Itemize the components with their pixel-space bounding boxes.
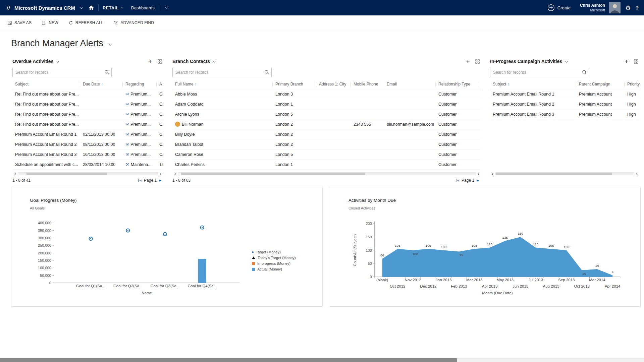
table-row[interactable]: Premium Account Email Round 3 16/11/2013… xyxy=(12,149,163,160)
svg-text:Apr 2013: Apr 2013 xyxy=(482,284,498,288)
table-row[interactable]: Premium Account Email Round 1 Premium Ac… xyxy=(490,89,640,99)
scroll-right-icon[interactable]: › xyxy=(476,172,481,176)
column-header-full-name[interactable]: Full Name↑ xyxy=(172,82,273,87)
user-menu[interactable]: Chris Ashton Microsoft xyxy=(580,3,605,13)
legend-item: In-progress (Money) xyxy=(252,261,296,265)
column-header-relationship-type[interactable]: Relationship Type xyxy=(436,82,480,87)
scroll-left-icon[interactable]: ‹ xyxy=(12,172,18,176)
create-button[interactable]: Create xyxy=(547,4,571,11)
settings-gear-icon[interactable]: ⚙ xyxy=(625,4,631,12)
table-row[interactable]: Premium Account Email Round 1 02/11/2013… xyxy=(12,129,163,139)
cell-subject: Premium Account Email Round 2 xyxy=(490,102,576,107)
scroll-left-icon[interactable]: ‹ xyxy=(172,172,178,176)
cell-priority: High xyxy=(625,102,640,107)
column-header-regarding[interactable]: Regarding xyxy=(123,82,157,87)
table-row[interactable]: Archie Lyons London 5 Customer xyxy=(172,109,481,119)
scroll-left-icon[interactable]: ‹ xyxy=(490,172,495,176)
column-header-address-city[interactable]: Address 1: City xyxy=(316,82,351,87)
table-row[interactable]: Charles Perkins London 1 Customer xyxy=(172,160,481,170)
nav-item-dashboards[interactable]: Dashboards xyxy=(131,5,155,10)
area-menu-retail[interactable]: RETAIL xyxy=(103,5,122,10)
save-as-button[interactable]: SAVE AS xyxy=(7,20,32,25)
table-row[interactable]: Abbie Moss London 3 Customer xyxy=(172,89,481,99)
search-icon[interactable] xyxy=(582,70,587,75)
table-row[interactable]: Schedule an appointment with c... 28/03/… xyxy=(12,160,163,170)
dashboards-dropdown[interactable] xyxy=(163,7,167,9)
cell-subject: Re: Find out more about our Pre... xyxy=(12,92,80,97)
panel-title-branch-contacts[interactable]: Branch Contacts xyxy=(172,59,210,64)
search-input[interactable] xyxy=(172,68,272,77)
column-header-primary-branch[interactable]: Primary Branch xyxy=(273,82,316,87)
chevron-down-icon[interactable] xyxy=(213,60,215,62)
first-page-button[interactable]: ◀ xyxy=(138,179,142,182)
scrollbar-thumb[interactable] xyxy=(0,358,457,362)
refresh-all-button[interactable]: REFRESH ALL xyxy=(68,20,104,25)
scrollbar-track[interactable] xyxy=(178,172,476,175)
chevron-down-icon[interactable] xyxy=(57,60,59,62)
column-header-mobile-phone[interactable]: Mobile Phone xyxy=(351,82,384,87)
add-record-button[interactable]: + xyxy=(148,58,152,65)
next-page-button[interactable]: ▶ xyxy=(477,179,479,182)
new-button[interactable]: NEW xyxy=(42,20,58,25)
add-record-button[interactable]: + xyxy=(625,58,629,65)
first-page-button[interactable]: ◀ xyxy=(456,179,459,182)
cell-regarding: ✉ Premium... xyxy=(123,142,157,147)
svg-text:Aug 2013: Aug 2013 xyxy=(543,284,559,288)
table-row[interactable]: Adam Goddard London 1 Customer xyxy=(172,99,481,109)
column-header-due-date[interactable]: Due Date↑ xyxy=(80,82,123,87)
cell-due-date: 08/11/2013 00:00 xyxy=(80,142,123,147)
search-input[interactable] xyxy=(12,68,112,77)
app-title-menu[interactable]: Microsoft Dynamics CRM xyxy=(14,5,82,11)
scrollbar-thumb[interactable] xyxy=(496,173,612,175)
svg-text:95: 95 xyxy=(460,253,464,257)
advanced-find-button[interactable]: ADVANCED FIND xyxy=(113,20,154,25)
open-grid-button[interactable] xyxy=(634,59,638,64)
user-avatar[interactable] xyxy=(609,2,621,13)
panel-title-overdue-activities[interactable]: Overdue Activities xyxy=(12,59,53,64)
table-row[interactable]: Premium Account Email Round 2 08/11/2013… xyxy=(12,139,163,149)
table-row[interactable]: Re: Find out more about our Pre... ✉ Pre… xyxy=(12,109,163,119)
open-grid-button[interactable] xyxy=(475,59,480,64)
table-row[interactable]: Re: Find out more about our Pre... ✉ Pre… xyxy=(12,89,163,99)
open-grid-button[interactable] xyxy=(158,59,162,64)
table-row[interactable]: Premium Account Email Round 3 Premium Ac… xyxy=(490,109,640,119)
home-button[interactable] xyxy=(88,5,94,11)
table-row[interactable]: Brandan Talbot London 2 Customer xyxy=(172,139,481,149)
scrollbar-track[interactable] xyxy=(495,172,634,175)
scrollbar-thumb[interactable] xyxy=(26,173,107,175)
table-row[interactable]: Premium Account Email Round 2 Premium Ac… xyxy=(490,99,640,109)
scroll-right-icon[interactable]: › xyxy=(158,172,163,176)
table-row[interactable]: Re: Find out more about our Pre... ✉ Pre… xyxy=(12,99,163,109)
chevron-down-icon[interactable] xyxy=(565,60,568,62)
cell-due-date: 28/03/2014 10:00 xyxy=(80,162,123,167)
scrollbar-thumb[interactable] xyxy=(181,173,365,175)
svg-text:Mar 2013: Mar 2013 xyxy=(466,278,482,282)
column-header-subject[interactable]: Subject↑ xyxy=(490,82,576,87)
column-header-parent-campaign[interactable]: Parent Campaign xyxy=(576,82,625,87)
cell-subject: Re: Find out more about our Pre... xyxy=(12,122,80,127)
table-row[interactable]: Cameron Rose London 5 Customer xyxy=(172,149,481,160)
help-button[interactable]: ? xyxy=(636,5,639,11)
page-horizontal-scrollbar[interactable] xyxy=(0,358,644,362)
panel-title-campaign-activities[interactable]: In-Progress Campaign Activities xyxy=(490,59,562,64)
overdue-activities-panel: Overdue Activities + Subject Due Date↑ R… xyxy=(12,57,163,185)
dashboard-selector-chevron-icon[interactable] xyxy=(109,42,112,46)
column-header-subject[interactable]: Subject xyxy=(12,82,80,87)
table-row[interactable]: Bill Norman London 2 2343 555 bill.norma… xyxy=(172,119,481,129)
cell-priority: High xyxy=(625,92,640,97)
record-range: 1 - 8 of 41 xyxy=(12,178,31,183)
next-page-button[interactable]: ▶ xyxy=(159,179,161,182)
add-record-button[interactable]: + xyxy=(466,58,470,65)
search-icon[interactable] xyxy=(264,70,269,75)
column-header-activity-type[interactable]: A xyxy=(157,82,163,87)
table-row[interactable]: Re: Find out more about our Pre... ✉ Pre… xyxy=(12,119,163,129)
column-header-priority[interactable]: Priority xyxy=(625,82,640,87)
cell-relationship-type: Customer xyxy=(436,122,480,127)
scrollbar-track[interactable] xyxy=(18,172,158,175)
scroll-right-icon[interactable]: › xyxy=(634,172,640,176)
goal-progress-chart-card: Goal Progress (Money) All Goals 050,0001… xyxy=(11,187,323,307)
search-icon[interactable] xyxy=(104,70,109,75)
table-row[interactable]: Billy Doyle London 2 Customer xyxy=(172,129,481,139)
search-input[interactable] xyxy=(490,68,589,77)
column-header-email[interactable]: Email xyxy=(384,82,436,87)
